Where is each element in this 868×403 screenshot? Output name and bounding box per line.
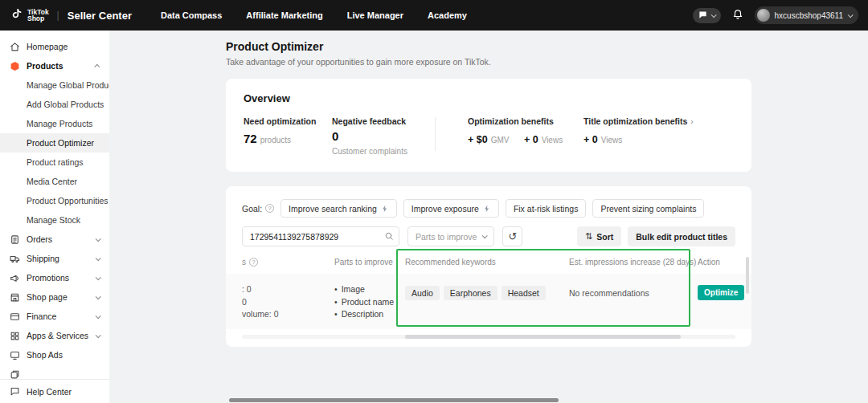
goal-label: Goal: ? — [242, 204, 274, 214]
overview-card: Overview Need optimization 72products Ne… — [226, 79, 751, 172]
chevron-up-icon — [94, 63, 100, 69]
help-chat-icon — [10, 386, 20, 397]
sidebar-item-media-center[interactable]: Media Center — [0, 172, 109, 191]
topbar: TikTok Shop | Seller Center Data Compass… — [0, 0, 868, 31]
optimizer-list-card: Goal: ? Improve search ranking Improve e… — [226, 186, 751, 347]
avatar — [757, 9, 770, 22]
stat-optimization-benefits: Optimization benefits + $0GMV + 0Views — [468, 116, 583, 146]
topbar-nav-data-compass[interactable]: Data Compass — [161, 10, 222, 20]
table-horizontal-scrollbar-thumb[interactable] — [405, 335, 682, 339]
screen: TikTok Shop | Seller Center Data Compass… — [0, 0, 868, 403]
topbar-nav-academy[interactable]: Academy — [428, 10, 467, 20]
brand-text: TikTok Shop — [27, 9, 49, 22]
goal-improve-exposure-button[interactable]: Improve exposure — [403, 199, 499, 218]
app-title: Seller Center — [68, 10, 132, 22]
account-name: hxcuscbshop43611 — [775, 11, 843, 20]
table-vertical-scrollbar-thumb[interactable] — [746, 257, 749, 294]
sidebar-item-shop-page[interactable]: Shop page — [0, 287, 109, 307]
goal-prevent-sizing-complaints-button[interactable]: Prevent sizing complaints — [592, 199, 704, 218]
search-icon[interactable] — [384, 231, 394, 241]
cell-impressions-increase: No recommendations — [569, 283, 698, 321]
promotions-megaphone-icon — [10, 273, 20, 283]
sidebar-item-shop-ads[interactable]: Shop Ads — [0, 345, 109, 364]
products-box-icon — [10, 61, 20, 71]
table-header-metrics: s ? — [242, 258, 334, 267]
sidebar-item-product-optimizer[interactable]: Product Optimizer — [0, 133, 109, 153]
chevron-down-icon — [710, 12, 716, 18]
cell-metrics: : 0 0 volume: 0 — [242, 283, 334, 321]
cell-parts-to-improve: •Image •Product name •Description — [334, 283, 405, 321]
stat-title-benefits[interactable]: Title optimization benefits › + 0Views — [583, 116, 694, 146]
parts-to-improve-dropdown[interactable]: Parts to improve — [407, 226, 494, 246]
help-question-icon[interactable]: ? — [265, 204, 274, 213]
sidebar-item-product-ratings[interactable]: Product ratings — [0, 153, 109, 172]
cell-action: Optimize — [698, 283, 746, 321]
topbar-nav-affiliate-marketing[interactable]: Affiliate Marketing — [246, 10, 322, 20]
keyword-chip[interactable]: Earphones — [444, 286, 497, 300]
sidebar-item-apps-services[interactable]: Apps & Services — [0, 326, 109, 345]
messages-button[interactable] — [693, 8, 721, 23]
stat-need-optimization: Need optimization 72products — [244, 116, 332, 146]
chevron-down-icon — [482, 233, 488, 238]
table-header-impressions: Est. impressions increase (28 days) ? — [569, 258, 698, 267]
overview-stats: Need optimization 72products Negative fe… — [244, 116, 734, 156]
bulk-edit-product-titles-button[interactable]: Bulk edit product titles — [628, 226, 735, 246]
layers-icon — [10, 369, 20, 380]
sidebar-item-add-global-products[interactable]: Add Global Products — [0, 95, 109, 114]
finance-card-icon — [10, 311, 20, 322]
sort-button[interactable]: ⇅ Sort — [577, 226, 621, 246]
goal-improve-search-ranking-button[interactable]: Improve search ranking — [280, 199, 397, 218]
sidebar-item-manage-products[interactable]: Manage Products — [0, 114, 109, 133]
sidebar-item-finance[interactable]: Finance — [0, 307, 109, 326]
stat-negative-feedback: Negative feedback 0 Customer complaints — [332, 116, 435, 156]
optimize-button[interactable]: Optimize — [698, 285, 744, 300]
chat-bubble-icon — [698, 8, 707, 22]
sidebar-item-product-opportunities[interactable]: Product Opportunities — [0, 191, 109, 210]
page-subtitle: Take advantage of your opportunities to … — [226, 57, 751, 67]
table-header-row: s ? Parts to improve Recommended keyword… — [226, 258, 751, 274]
search-box — [242, 226, 399, 246]
keyword-chip[interactable]: Audio — [405, 286, 440, 300]
orders-clipboard-icon — [10, 234, 20, 245]
sidebar-item-help-center[interactable]: Help Center — [0, 379, 109, 403]
topbar-divider: | — [57, 10, 59, 21]
chevron-down-icon — [96, 255, 101, 261]
tiktok-logo-icon — [10, 7, 23, 24]
sidebar-item-manage-global-products[interactable]: Manage Global Products — [0, 75, 109, 95]
chevron-down-icon — [96, 275, 101, 280]
reset-filters-button[interactable]: ↺ — [502, 226, 522, 246]
main-content: Product Optimizer Take advantage of your… — [109, 31, 868, 403]
search-input[interactable] — [242, 226, 399, 246]
page-title: Product Optimizer — [226, 40, 751, 53]
notifications-bell-icon[interactable] — [732, 8, 743, 22]
account-menu[interactable]: hxcuscbshop43611 — [755, 6, 858, 24]
sidebar-item-promotions[interactable]: Promotions — [0, 268, 109, 287]
table-row[interactable]: : 0 0 volume: 0 •Image •Product name •De… — [226, 274, 751, 329]
keyword-chip[interactable]: Headset — [502, 286, 546, 300]
topbar-nav-live-manager[interactable]: Live Manager — [347, 10, 403, 20]
search-filter-row: Parts to improve ↺ ⇅ Sort Bulk edit prod… — [226, 226, 751, 246]
sidebar-item-products[interactable]: Products — [0, 56, 109, 75]
sidebar-item-orders[interactable]: Orders — [0, 230, 109, 249]
stats-divider — [435, 117, 436, 151]
help-question-icon[interactable]: ? — [249, 258, 258, 267]
brand-line2: Shop — [27, 15, 49, 22]
apps-grid-icon — [10, 331, 20, 341]
page-horizontal-scrollbar-thumb[interactable] — [229, 398, 559, 402]
boost-icon — [483, 205, 491, 213]
topbar-nav: Data Compass Affiliate Marketing Live Ma… — [161, 10, 467, 20]
table-header-parts: Parts to improve — [334, 258, 405, 267]
home-icon — [10, 42, 20, 52]
tiktok-shop-logo[interactable]: TikTok Shop — [10, 7, 49, 24]
sidebar-item-manage-stock[interactable]: Manage Stock — [0, 210, 109, 230]
undo-icon: ↺ — [509, 230, 518, 242]
sidebar-item-homepage[interactable]: Homepage — [0, 37, 109, 56]
shipping-truck-icon — [10, 254, 20, 264]
sort-icon: ⇅ — [585, 231, 592, 242]
sidebar-item-shipping[interactable]: Shipping — [0, 249, 109, 268]
table-header-keywords: Recommended keywords — [405, 258, 569, 267]
chevron-right-icon: › — [690, 116, 694, 126]
goal-fix-at-risk-listings-button[interactable]: Fix at-risk listings — [506, 199, 587, 218]
cell-recommended-keywords: Audio Earphones Headset — [405, 283, 569, 321]
topbar-right: hxcuscbshop43611 — [693, 6, 858, 24]
